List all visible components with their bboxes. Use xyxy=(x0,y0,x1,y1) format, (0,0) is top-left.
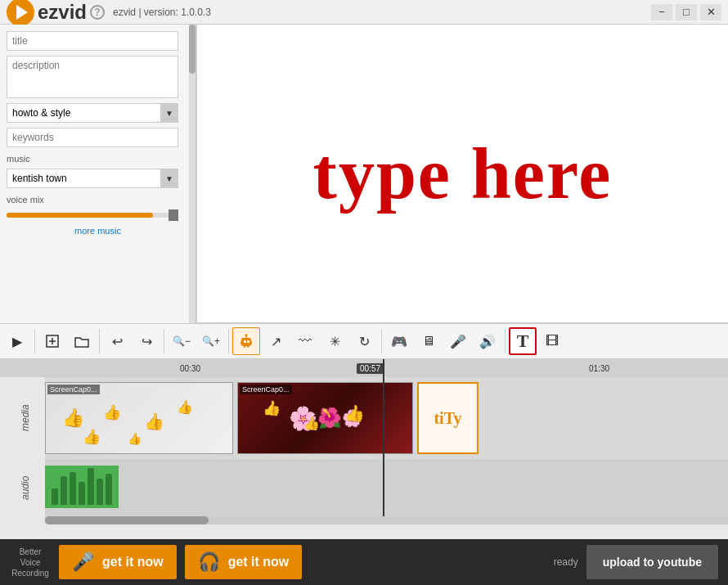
speaker-button[interactable]: 🔊 xyxy=(474,327,501,355)
like-icon-4: 👍 xyxy=(177,399,193,415)
headphones-promo-icon: 🎧 xyxy=(198,551,220,573)
sidebar-scrollbar[interactable] xyxy=(189,25,195,323)
app-version: ezvid | version: 1.0.0.3 xyxy=(113,7,211,18)
voice-mix-fill xyxy=(7,213,153,218)
film-button[interactable]: 🎞 xyxy=(538,327,566,355)
h-scrollbar-thumb[interactable] xyxy=(45,516,209,524)
zoom-out-button[interactable]: 🔍− xyxy=(168,327,195,355)
preview-area: type here xyxy=(196,25,728,323)
voice-mix-thumb[interactable] xyxy=(169,209,178,221)
text-button[interactable]: T xyxy=(509,327,537,355)
top-section: howto & style entertainment education ga… xyxy=(0,25,728,323)
sparkle-button[interactable]: ✳ xyxy=(321,327,348,355)
logo-area: ezvid ? xyxy=(7,0,105,26)
redo-button[interactable]: ↪ xyxy=(133,327,160,355)
svg-rect-10 xyxy=(244,344,245,348)
audio-bar-1 xyxy=(52,488,58,505)
titlebar-controls[interactable]: − □ ✕ xyxy=(651,4,721,20)
audio-bar-5 xyxy=(88,468,94,505)
ruler-mark-130: 01:30 xyxy=(589,364,609,373)
add-clip-button[interactable] xyxy=(38,327,66,355)
h-scrollbar[interactable] xyxy=(45,516,728,524)
playhead-label: 00:57 xyxy=(357,363,384,374)
clip2-label: ScreenCap0... xyxy=(240,385,292,394)
svg-rect-5 xyxy=(247,340,249,343)
toolbar-separator-2 xyxy=(99,329,100,353)
upload-to-youtube-button[interactable]: upload to youtube xyxy=(586,545,718,579)
cursor-button[interactable]: ↗ xyxy=(262,327,290,355)
svg-rect-4 xyxy=(244,340,246,343)
close-button[interactable]: ✕ xyxy=(700,4,721,20)
like-icon-2: 👍 xyxy=(103,403,121,421)
timeline-area: 00:30 00:57 01:30 media audio ScreenCap xyxy=(0,359,728,539)
toolbar-separator-3 xyxy=(164,329,164,353)
promo-bar: Better Voice Recording 🎤 get it now 🎧 ge… xyxy=(0,539,728,585)
category-select[interactable]: howto & style entertainment education ga… xyxy=(7,103,178,123)
text-clip-bg: tiTy xyxy=(419,384,477,452)
minimize-button[interactable]: − xyxy=(651,4,672,20)
like-icon-7: 👍 xyxy=(263,399,281,417)
description-input[interactable] xyxy=(7,56,178,98)
type-here-text: type here xyxy=(313,133,613,215)
ezvid-robot-button[interactable] xyxy=(232,327,260,355)
monitor-button[interactable]: 🖥 xyxy=(415,327,443,355)
folder-icon xyxy=(74,335,89,348)
app-name: ezvid xyxy=(38,1,87,24)
ruler-mark-30: 00:30 xyxy=(180,364,200,373)
voice-mix-track[interactable] xyxy=(7,213,178,218)
music-label: music xyxy=(7,154,189,164)
add-clip-icon xyxy=(45,334,60,349)
toolbar-separator-4 xyxy=(228,329,229,353)
playhead-audio-line xyxy=(383,459,384,516)
toolbar: ▶ ↩ ↪ 🔍− 🔍+ xyxy=(0,323,728,359)
promo-left-text: Better Voice Recording xyxy=(10,547,51,578)
open-folder-button[interactable] xyxy=(68,327,96,355)
flowers-icon-2: 🌺 xyxy=(317,407,342,430)
audio-clip[interactable] xyxy=(45,466,119,508)
svg-rect-11 xyxy=(247,344,249,348)
like-icon-1: 👍 xyxy=(62,407,84,429)
audio-bar-3 xyxy=(70,472,76,505)
help-icon[interactable]: ? xyxy=(90,5,105,20)
timeline-ruler: 00:30 00:57 01:30 xyxy=(0,359,728,377)
play-button[interactable]: ▶ xyxy=(3,327,31,355)
like-icon-5: 👍 xyxy=(83,428,101,446)
zoom-in-button[interactable]: 🔍+ xyxy=(197,327,225,355)
toolbar-separator-5 xyxy=(381,329,382,353)
like-icon-3: 👍 xyxy=(144,412,164,431)
audio-bar-7 xyxy=(106,474,112,505)
refresh-button[interactable]: ↻ xyxy=(350,327,378,355)
promo-btn-2[interactable]: 🎧 get it now xyxy=(185,545,303,579)
media-clip-2[interactable]: ScreenCap0... 🌸 🌺 🌸 👍 👍 👍 xyxy=(237,382,413,454)
voice-mix-label: voice mix xyxy=(7,195,189,205)
play-triangle xyxy=(16,5,28,20)
playhead-indicator[interactable] xyxy=(383,359,384,377)
gamepad-button[interactable]: 🎮 xyxy=(385,327,413,355)
main-layout: howto & style entertainment education ga… xyxy=(0,25,728,585)
music-select[interactable]: kentish town none pop classical xyxy=(7,169,178,188)
audio-track[interactable] xyxy=(45,459,728,516)
media-clip-1[interactable]: ScreenCap0... 👍 👍 👍 👍 👍 👍 xyxy=(45,382,233,454)
sidebar-scrollbar-thumb xyxy=(189,25,195,74)
text-clip-preview: tiTy xyxy=(434,409,461,428)
media-clip-3[interactable]: tiTy xyxy=(417,382,479,454)
title-input[interactable] xyxy=(7,31,178,51)
toolbar-separator xyxy=(34,329,35,353)
tracks-content: ScreenCap0... 👍 👍 👍 👍 👍 👍 ScreenCap0. xyxy=(45,377,728,539)
keywords-input[interactable] xyxy=(7,128,178,147)
mic-button[interactable]: 🎤 xyxy=(444,327,472,355)
titlebar: ezvid ? ezvid | version: 1.0.0.3 − □ ✕ xyxy=(0,0,728,25)
audio-track-label: audio xyxy=(0,459,45,516)
undo-button[interactable]: ↩ xyxy=(103,327,131,355)
playhead-track-line xyxy=(383,377,384,459)
ready-status: ready xyxy=(554,556,578,568)
media-track-label: media xyxy=(0,377,45,459)
more-music-link[interactable]: more music xyxy=(7,226,189,236)
media-track[interactable]: ScreenCap0... 👍 👍 👍 👍 👍 👍 ScreenCap0. xyxy=(45,377,728,459)
wave-button[interactable]: 〰 xyxy=(291,327,319,355)
promo-btn-1[interactable]: 🎤 get it now xyxy=(59,545,177,579)
clip1-content: ScreenCap0... 👍 👍 👍 👍 👍 👍 xyxy=(46,383,232,453)
maximize-button[interactable]: □ xyxy=(676,4,697,20)
voice-mix-slider[interactable] xyxy=(7,209,178,221)
sidebar: howto & style entertainment education ga… xyxy=(0,25,196,323)
